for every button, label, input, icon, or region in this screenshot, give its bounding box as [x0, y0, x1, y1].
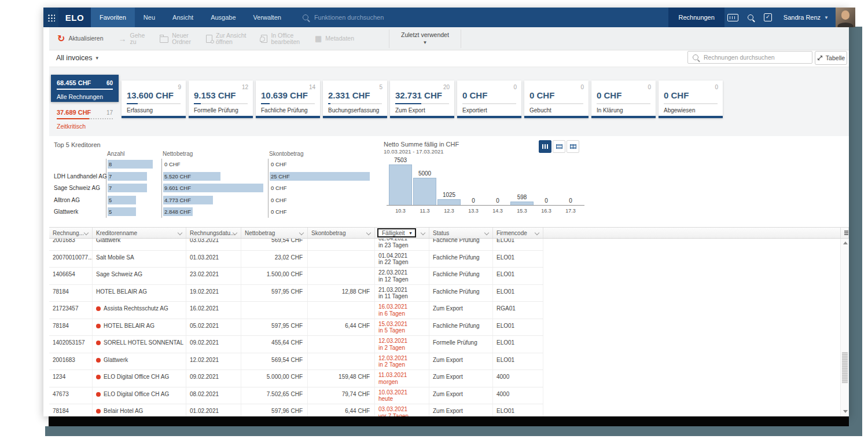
due-date: 12.03.2021 [378, 355, 425, 362]
toolbar-item-zuletzt-verwendet[interactable]: Zuletzt verwendet▼ [389, 30, 461, 48]
chart-title: Netto Summe fällig in CHF [384, 141, 459, 148]
scrollbar-thumb[interactable] [842, 352, 848, 383]
table-row[interactable]: 2001683Glattwerk03.03.2021569,54 CHF02.0… [49, 239, 543, 251]
cell-company: ELO01 [493, 353, 543, 370]
view-selector-dropdown[interactable]: All invoices ▾ [56, 54, 98, 62]
open-view-icon [206, 35, 212, 43]
kpi-card-erfassung[interactable]: 913.600 CHFErfassung [122, 81, 186, 118]
column-header-label: Fälligkeit [382, 230, 404, 236]
table-row[interactable]: 78184HOTEL BELAIR AG19.02.2021597,95 CHF… [49, 285, 543, 302]
column-settings-button[interactable] [840, 228, 849, 238]
bar-value-label: 5.520 CHF [164, 172, 191, 181]
column-header-netto[interactable]: Nettobetrag [241, 228, 308, 238]
column-header-date[interactable]: Rechnungsdatu... [186, 228, 241, 238]
tab-ausgabe[interactable]: Ausgabe [202, 8, 244, 27]
kpi-progress [597, 103, 650, 104]
tab-neu[interactable]: Neu [135, 8, 164, 27]
view-selector-label: All invoices [56, 54, 93, 62]
kpi-card-exportiert[interactable]: 00 CHFExportiert [457, 81, 521, 118]
kpi-card-gebucht[interactable]: 00 CHFGebucht [524, 81, 589, 118]
table-row[interactable]: 21723457Assista Rechtsschutz AG16.02.202… [49, 302, 543, 319]
sort-desc-icon: ▾ [409, 231, 411, 236]
bar [510, 202, 534, 205]
user-name-label: Sandra Renz [784, 14, 821, 21]
table-row[interactable]: 1402053157SORELL HOTEL SONNENTAL09.02.20… [49, 336, 543, 353]
column-header-status[interactable]: Status [429, 228, 493, 238]
expand-icon [817, 55, 823, 61]
table-row[interactable]: 2001683Glattwerk12.02.2021569,54 CHF12.0… [49, 353, 543, 371]
app-launcher-button[interactable] [43, 8, 58, 27]
kreditor-label: Alltron AG [54, 196, 107, 204]
column-header-due[interactable]: Fälligkeit▾ [375, 228, 429, 238]
kpi-card-zum-export[interactable]: 2032.731 CHFZum Export [390, 81, 454, 118]
invoice-search-input[interactable] [703, 53, 797, 61]
due-relative: morgen [378, 379, 425, 386]
global-search-button[interactable] [742, 8, 759, 27]
scroll-down-arrow[interactable] [843, 410, 848, 413]
scroll-up-arrow[interactable] [843, 242, 848, 244]
table-row[interactable]: 1406654Sage Schweiz AG23.02.20211.500,00… [49, 268, 543, 285]
kpi-progress [57, 118, 113, 119]
table-row[interactable]: 1234ELO Digital Office CH AG09.02.20215.… [49, 370, 543, 387]
rechnungen-context-button[interactable]: Rechnungen [668, 8, 724, 27]
bar [108, 160, 153, 169]
kpi-card-zeitkritisch[interactable]: 37.689 CHF 17 Zeitkritisch [51, 104, 119, 130]
chevron-down-icon: ▾ [96, 55, 99, 61]
toolbar-item-aktualisieren[interactable]: ↻Aktualisieren [57, 35, 104, 43]
invoice-search[interactable] [687, 51, 812, 64]
cell-status: Formelle Prüfung [429, 336, 493, 353]
due-relative: in 11 Tagen [378, 293, 425, 300]
toolbar-item-gehe-zu: →Gehezu [119, 32, 145, 45]
chevron-down-icon [535, 231, 539, 235]
avatar[interactable] [836, 8, 855, 27]
kpi-card-abgewiesen[interactable]: 00 CHFAbgewiesen [659, 81, 723, 118]
tab-favoriten[interactable]: Favoriten [91, 8, 135, 27]
list-view-toggle[interactable] [553, 140, 565, 153]
cell-id: 47673 [49, 387, 93, 404]
due-relative: in 23 Tagen [378, 242, 425, 249]
cell-name: Glattwerk [93, 239, 186, 250]
elo-logo[interactable]: ELO [58, 8, 91, 27]
x-tick-label: 17.3 [559, 208, 582, 214]
function-search[interactable] [303, 8, 402, 27]
table-view-button[interactable]: Tabelle [815, 51, 847, 65]
metadata-icon: ▦ [315, 35, 322, 42]
chart-view-toggle[interactable] [539, 140, 551, 153]
kpi-card-alle-rechnungen[interactable]: 68.455 CHF 60 Alle Rechnungen [51, 75, 119, 102]
refresh-icon: ↻ [57, 35, 65, 43]
cell-date: 19.02.2021 [186, 285, 241, 302]
column-header-name[interactable]: Kreditorenname [93, 228, 186, 238]
vertical-scrollbar[interactable] [840, 239, 849, 416]
user-menu[interactable]: Sandra Renz ▼ [777, 8, 836, 27]
kpi-card-fachliche-pr-fung[interactable]: 1410.639 CHFFachliche Prüfung [256, 81, 320, 118]
table-row[interactable]: 78184HOTEL BELAIR AG05.02.2021597,95 CHF… [49, 319, 543, 336]
column-header-id[interactable]: Rechnung... [49, 228, 93, 238]
column-header-skonto[interactable]: Skontobetrag [308, 228, 375, 238]
table-row[interactable]: 78184Belair Hotel AG01.02.2021597,96 CHF… [49, 404, 543, 416]
table-view-toggle[interactable] [567, 140, 579, 153]
cell-netto: 597,96 CHF [241, 404, 308, 416]
keyboard-shortcuts-button[interactable] [724, 8, 742, 27]
column-header-company[interactable]: Firmencode [493, 228, 543, 238]
search-icon [748, 14, 753, 20]
table-row[interactable]: 20070010077...Salt Mobile SA01.03.202123… [49, 251, 543, 268]
tasks-button[interactable]: ✓ [759, 8, 777, 27]
cell-status: Zum Export [429, 404, 493, 416]
checkbox-icon: ✓ [764, 13, 772, 21]
tab-ansicht[interactable]: Ansicht [164, 8, 202, 27]
cell-netto: 1.500,00 CHF [241, 268, 308, 284]
kpi-label: Fachliche Prüfung [261, 107, 320, 114]
kpi-value: 13.600 CHF [127, 90, 186, 100]
cell-skonto: 79,74 CHF [308, 387, 375, 404]
kpi-card-in-kl-rung[interactable]: 00 CHFIn Klärung [591, 81, 656, 118]
kpi-card-formelle-pr-fung[interactable]: 129.153 CHFFormelle Prüfung [189, 81, 253, 118]
kpi-card-buchungserfassung[interactable]: 52.331 CHFBuchungserfassung [323, 81, 387, 118]
search-icon [303, 14, 308, 20]
table-row[interactable]: 47673ELO Digital Office CH AG08.02.20217… [49, 387, 543, 405]
kpi-value: 37.689 CHF [57, 109, 91, 116]
toolbar-item-label: Aktualisieren [68, 35, 103, 42]
kreditor-name: ELO Digital Office CH AG [104, 391, 169, 397]
due-date: 12.03.2021 [378, 338, 425, 345]
tab-verwalten[interactable]: Verwalten [245, 8, 290, 27]
function-search-input[interactable] [313, 13, 402, 21]
